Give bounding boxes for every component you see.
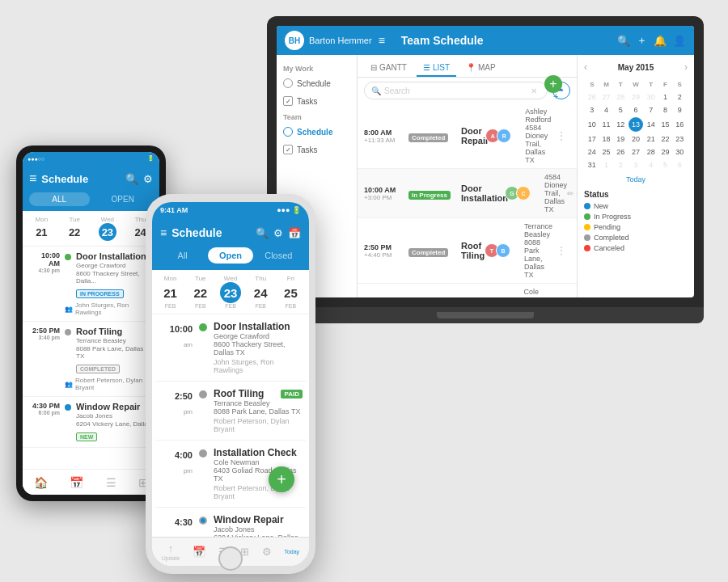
list-item[interactable]: 2:50 pm Roof Tiling PAID Terrance Beasle… [155, 382, 306, 441]
cal-day[interactable]: 8 [659, 104, 672, 116]
cal-day[interactable]: 25 [600, 146, 613, 158]
add-icon[interactable]: ＋ [637, 33, 647, 48]
android-filter-icon[interactable]: ⚙ [143, 173, 153, 185]
cal-day[interactable]: 30 [645, 91, 658, 103]
clear-search-icon[interactable]: ✕ [531, 86, 537, 95]
ios-search-icon[interactable]: 🔍 [256, 227, 269, 239]
ios-bottom-calendar[interactable]: 📅 [193, 546, 205, 558]
cal-day[interactable]: 16 [673, 117, 686, 132]
cal-next-button[interactable]: › [684, 61, 688, 73]
sidebar-item-tasks-2[interactable]: ✓ Tasks [277, 141, 357, 158]
edit-icon[interactable]: ✏ [567, 189, 574, 198]
android-date-tue[interactable]: Tue 22 [59, 216, 91, 241]
cal-day[interactable]: 15 [659, 117, 672, 132]
ios-tab-open[interactable]: Open [208, 247, 252, 264]
cal-day[interactable]: 3 [586, 104, 599, 116]
cal-day[interactable]: 27 [629, 146, 643, 158]
list-item[interactable]: 10:00 AM 4:30 pm Door Installation Georg… [23, 247, 159, 322]
cal-day[interactable]: 11 [600, 117, 613, 132]
sidebar-item-schedule-1[interactable]: Schedule [277, 74, 357, 92]
tab-map[interactable]: 📍 MAP [459, 60, 502, 77]
list-item[interactable]: 4:30 pm Window Repair Jacob Jones 6204 V… [155, 508, 306, 537]
android-date-mon[interactable]: Mon 21 [26, 216, 57, 241]
search-input[interactable]: 🔍 Search ✕ [364, 82, 548, 99]
android-date-wed[interactable]: Wed 23 [92, 216, 124, 241]
cal-day[interactable]: 12 [614, 117, 627, 132]
ios-date-wed[interactable]: Wed 23 FEB [215, 275, 245, 309]
list-item[interactable]: 4:30 PM 6:00 pm Window Repair Jacob Jone… [23, 397, 159, 448]
ios-home-button[interactable] [218, 546, 243, 571]
cal-day[interactable]: 18 [600, 133, 613, 145]
cal-day[interactable]: 29 [659, 146, 672, 158]
cal-day[interactable]: 6 [673, 159, 686, 171]
ios-date-fri[interactable]: Fri 25 FEB [276, 275, 306, 309]
table-row[interactable]: 10:00 AM +3:00 PM In Progress Door Insta… [358, 169, 577, 218]
table-row[interactable]: 2:50 PM +4:40 PM Completed Roof Tiling T… [358, 218, 577, 284]
account-icon[interactable]: 👤 [673, 35, 686, 47]
more-button[interactable]: ⋮ [552, 129, 570, 142]
cal-day-today[interactable]: 13 [629, 117, 643, 132]
search-icon[interactable]: 🔍 [617, 35, 630, 47]
android-tab-all[interactable]: ALL [29, 192, 90, 206]
cal-day[interactable]: 30 [673, 146, 686, 158]
cal-day[interactable]: 28 [614, 91, 627, 103]
ios-add-fab[interactable]: + [269, 466, 294, 492]
cal-day[interactable]: 7 [645, 104, 658, 116]
ios-filter-icon[interactable]: ⚙ [273, 227, 283, 239]
cal-day[interactable]: 2 [673, 91, 686, 103]
cal-day[interactable]: 31 [586, 159, 599, 171]
cal-day[interactable]: 22 [659, 133, 672, 145]
cal-day[interactable]: 23 [673, 133, 686, 145]
table-row[interactable]: 8:00 AM +11:33 AM Completed Door Repair … [358, 103, 577, 169]
cal-day[interactable]: 10 [586, 117, 599, 132]
cal-day[interactable]: 4 [600, 104, 613, 116]
cal-day[interactable]: 24 [586, 146, 599, 158]
cal-day[interactable]: 26 [586, 91, 599, 103]
cal-day[interactable]: 1 [659, 91, 672, 103]
cal-day[interactable]: 3 [629, 159, 643, 171]
cal-day[interactable]: 9 [673, 104, 686, 116]
cal-day[interactable]: 5 [614, 104, 627, 116]
cal-day[interactable]: 2 [614, 159, 627, 171]
ios-calendar-icon[interactable]: 📅 [288, 227, 301, 239]
ios-bottom-update[interactable]: ↑ Update [162, 542, 180, 561]
cal-day[interactable]: 17 [586, 133, 599, 145]
cal-day[interactable]: 5 [659, 159, 672, 171]
cal-day[interactable]: 4 [645, 159, 658, 171]
cal-day[interactable]: 29 [629, 91, 643, 103]
cal-day[interactable]: 28 [645, 146, 658, 158]
cal-day[interactable]: 27 [600, 91, 613, 103]
cal-day[interactable]: 26 [614, 146, 627, 158]
android-search-icon[interactable]: 🔍 [125, 173, 138, 185]
menu-icon[interactable]: ≡ [379, 34, 385, 47]
cal-day[interactable]: 19 [614, 133, 627, 145]
ios-menu-icon[interactable]: ≡ [160, 226, 167, 239]
android-bottom-schedule[interactable]: 📅 [70, 476, 83, 489]
android-menu-icon[interactable]: ≡ [29, 171, 36, 186]
cal-day[interactable]: 21 [645, 133, 658, 145]
ios-tab-all[interactable]: All [160, 247, 205, 264]
ios-date-tue[interactable]: Tue 22 FEB [185, 275, 215, 309]
cal-day[interactable]: 1 [600, 159, 613, 171]
android-bottom-list[interactable]: ☰ [106, 476, 116, 489]
cal-prev-button[interactable]: ‹ [584, 61, 587, 73]
sidebar-item-schedule-2[interactable]: Schedule [277, 123, 357, 141]
tab-gantt[interactable]: ⊟ GANTT [364, 60, 413, 77]
more-button[interactable]: ⋮ [552, 244, 570, 257]
notification-icon[interactable]: 🔔 [654, 35, 667, 47]
list-item[interactable]: 2:50 PM 3:40 pm Roof Tiling Terrance Bea… [23, 322, 159, 397]
add-fab-button[interactable]: + [544, 75, 562, 93]
cal-day[interactable]: 20 [629, 133, 643, 145]
table-row[interactable]: C N Cole Newman 6403 Goliad Road, Dallas… [358, 284, 577, 297]
ios-date-mon[interactable]: Mon 21 FEB [155, 275, 185, 309]
today-button[interactable]: Today [584, 175, 688, 183]
cal-day[interactable]: 6 [629, 104, 643, 116]
android-bottom-home[interactable]: 🏠 [34, 476, 48, 489]
ios-bottom-settings[interactable]: ⚙ [262, 546, 272, 558]
ios-bottom-today[interactable]: Today [284, 549, 299, 555]
ios-tab-closed[interactable]: Closed [256, 247, 301, 264]
android-tab-open[interactable]: OPEN [93, 192, 154, 206]
ios-date-thu[interactable]: Thu 24 FEB [246, 275, 276, 309]
sidebar-item-tasks-1[interactable]: ✓ Tasks [277, 92, 357, 110]
list-item[interactable]: 10:00 am Door Installation George Crawfo… [155, 314, 306, 382]
